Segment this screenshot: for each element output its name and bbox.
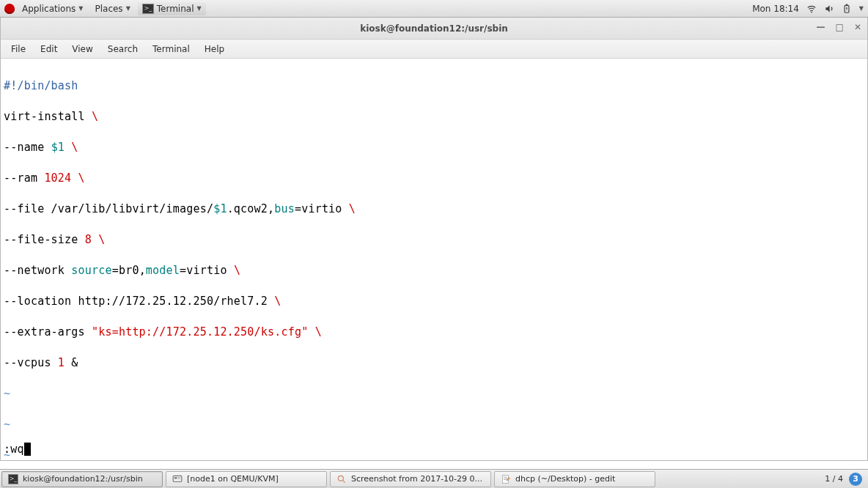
vim-text <box>71 171 78 185</box>
vim-backslash: \ <box>349 202 356 215</box>
app-menu-label: Terminal <box>157 4 194 14</box>
vim-cmd-text: :wq <box>4 443 24 456</box>
task-label: Screenshot from 2017-10-29 0... <box>351 474 482 484</box>
terminal-icon: >_ <box>8 474 18 484</box>
distro-logo-icon <box>4 4 15 14</box>
vim-backslash: \ <box>234 264 240 277</box>
task-image-viewer[interactable]: Screenshot from 2017-10-29 0... <box>330 471 491 487</box>
vim-text: --name <box>4 141 51 154</box>
vim-text: & <box>65 356 78 369</box>
vim-text: virt-install <box>4 110 92 123</box>
menu-view[interactable]: View <box>66 42 98 56</box>
vim-text: --extra-args <box>4 325 92 339</box>
terminal-icon: >_ <box>142 4 154 14</box>
places-label: Places <box>95 4 122 14</box>
menu-file[interactable]: File <box>5 42 32 56</box>
svg-point-0 <box>811 11 812 12</box>
task-label: [node1 on QEMU/KVM] <box>187 474 279 484</box>
vim-keyword: source <box>71 264 111 277</box>
vim-text <box>92 233 98 246</box>
applications-menu[interactable]: Applications ▼ <box>18 2 87 15</box>
menu-help[interactable]: Help <box>199 42 230 56</box>
vim-string: "ks=http://172.25.12.250/ks.cfg" <box>92 325 308 339</box>
network-icon[interactable] <box>806 4 817 14</box>
vim-text <box>308 325 315 339</box>
chevron-down-icon: ▼ <box>197 5 202 12</box>
chevron-down-icon: ▼ <box>126 5 130 12</box>
workspace-indicator[interactable]: 1 / 4 <box>825 474 843 484</box>
vim-text: =virtio <box>180 264 234 277</box>
vim-text: --ram <box>4 171 44 185</box>
task-virt-manager[interactable]: [node1 on QEMU/KVM] <box>166 471 327 487</box>
window-title: kiosk@foundation12:/usr/sbin <box>360 23 508 34</box>
terminal-menubar: File Edit View Search Terminal Help <box>1 40 867 59</box>
vim-backslash: \ <box>71 141 78 154</box>
menu-search[interactable]: Search <box>102 42 144 56</box>
places-menu[interactable]: Places ▼ <box>90 2 134 15</box>
vim-text: =br0, <box>112 264 146 277</box>
task-label: kiosk@foundation12:/usr/sbin <box>23 474 143 484</box>
vim-text <box>65 141 71 154</box>
cursor-icon <box>24 443 31 456</box>
vim-command-line[interactable]: :wq <box>4 442 31 457</box>
clock[interactable]: Mon 18:14 <box>752 4 799 14</box>
vim-backslash: \ <box>78 171 85 185</box>
vim-text: --network <box>4 264 71 277</box>
vim-text: --file-size <box>4 233 85 246</box>
gnome-top-panel: Applications ▼ Places ▼ >_ Terminal ▼ Mo… <box>0 0 868 18</box>
window-titlebar[interactable]: kiosk@foundation12:/usr/sbin — □ ✕ <box>1 18 867 40</box>
vim-tilde: ~ <box>4 386 864 402</box>
task-label: dhcp (~/Desktop) - gedit <box>515 474 615 484</box>
vim-number: 1 <box>58 356 65 369</box>
svg-rect-5 <box>178 477 181 478</box>
vim-backslash: \ <box>274 295 281 308</box>
applications-label: Applications <box>22 4 76 14</box>
vim-keyword: bus <box>274 202 295 215</box>
svg-rect-4 <box>174 477 177 478</box>
notification-badge[interactable]: 3 <box>849 473 862 486</box>
vim-tilde: ~ <box>4 448 864 463</box>
vim-text: --location http://172.25.12.250/rhel7.2 <box>4 295 274 308</box>
chevron-down-icon: ▼ <box>78 5 83 12</box>
close-button[interactable]: ✕ <box>854 22 861 32</box>
menu-edit[interactable]: Edit <box>34 42 63 56</box>
image-icon <box>336 474 347 484</box>
vim-backslash: \ <box>92 110 98 123</box>
gedit-icon <box>501 474 511 484</box>
vim-backslash: \ <box>315 325 322 339</box>
task-gedit[interactable]: dhcp (~/Desktop) - gedit <box>494 471 655 487</box>
minimize-button[interactable]: — <box>817 22 825 32</box>
vim-number: 1024 <box>44 171 71 185</box>
terminal-window: kiosk@foundation12:/usr/sbin — □ ✕ File … <box>0 18 868 461</box>
task-terminal[interactable]: >_ kiosk@foundation12:/usr/sbin <box>1 471 163 487</box>
menu-terminal[interactable]: Terminal <box>147 42 196 56</box>
vim-text: .qcow2, <box>227 202 275 215</box>
vim-text: =virtio <box>295 202 349 215</box>
app-menu-terminal[interactable]: >_ Terminal ▼ <box>138 2 206 15</box>
terminal-viewport[interactable]: #!/bin/bash virt-install \ --name $1 \ -… <box>1 59 867 460</box>
vim-var: $1 <box>213 202 227 215</box>
vim-tilde: ~ <box>4 417 864 432</box>
vim-line: #!/bin/bash <box>4 79 78 92</box>
vim-text: --vcpus <box>4 356 58 369</box>
vim-var: $1 <box>51 141 65 154</box>
chevron-down-icon[interactable]: ▼ <box>859 5 864 12</box>
vim-keyword: model <box>146 264 180 277</box>
vim-backslash: \ <box>98 233 105 246</box>
battery-icon[interactable] <box>842 4 852 14</box>
maximize-button[interactable]: □ <box>836 22 844 32</box>
virt-manager-icon <box>172 474 183 484</box>
vim-text: --file /var/lib/libvirt/images/ <box>4 202 213 215</box>
volume-icon[interactable] <box>824 4 834 14</box>
vim-number: 8 <box>85 233 92 246</box>
svg-rect-2 <box>846 4 847 5</box>
gnome-bottom-panel: >_ kiosk@foundation12:/usr/sbin [node1 o… <box>0 469 868 488</box>
